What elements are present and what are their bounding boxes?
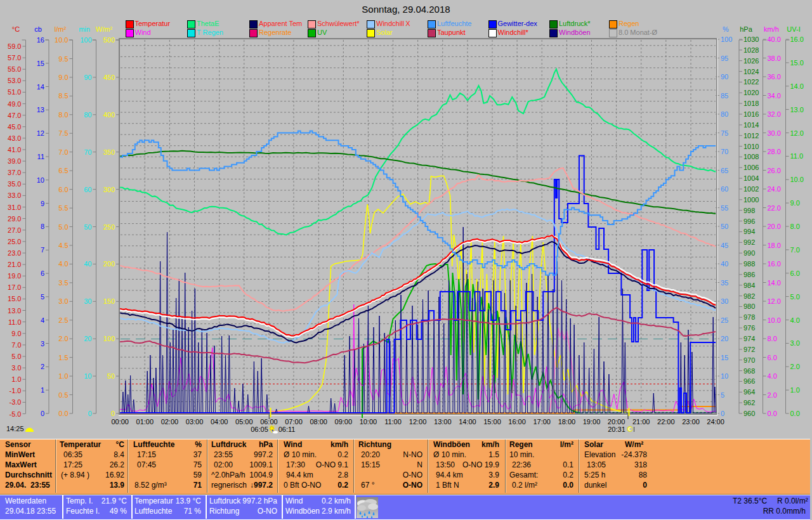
svg-text:1026: 1026 [743,57,759,65]
svg-text:6.0: 6.0 [790,270,800,277]
svg-text:53.0: 53.0 [8,77,21,84]
svg-text:16: 16 [37,36,44,44]
svg-text:06:11: 06:11 [278,426,296,433]
svg-text:02:00: 02:00 [161,418,179,426]
svg-text:10: 10 [37,176,44,184]
svg-text:966: 966 [743,377,755,385]
svg-text:21.0: 21.0 [8,261,21,268]
svg-text:1024: 1024 [743,68,759,75]
svg-text:20: 20 [84,335,91,342]
svg-text:986: 986 [743,271,755,278]
svg-text:8: 8 [41,223,44,230]
svg-text:0: 0 [111,410,115,417]
svg-text:150: 150 [103,297,115,305]
svg-text:17:00: 17:00 [533,418,551,426]
svg-text:9.5: 9.5 [58,55,68,63]
svg-text:1022: 1022 [743,78,759,86]
svg-text:978: 978 [743,313,755,321]
svg-text:2.0: 2.0 [768,391,777,399]
svg-text:10.0: 10.0 [55,36,68,44]
svg-text:100: 100 [103,335,115,342]
svg-text:7.0: 7.0 [11,341,21,349]
svg-text:3.0: 3.0 [790,339,800,347]
svg-text:974: 974 [743,335,755,342]
svg-text:1002: 1002 [743,185,759,193]
svg-text:UV-I: UV-I [787,25,800,33]
svg-text:300: 300 [103,186,115,193]
svg-text:59.0: 59.0 [8,42,21,50]
svg-text:1018: 1018 [743,100,759,107]
svg-text:50: 50 [107,372,115,380]
svg-text:962: 962 [743,399,755,406]
svg-text:50: 50 [721,223,728,230]
svg-text:08:00: 08:00 [310,418,327,426]
svg-text:7: 7 [41,246,44,254]
svg-text:1014: 1014 [743,121,759,129]
svg-text:11: 11 [37,153,44,160]
svg-text:07:00: 07:00 [285,418,303,426]
svg-text:10.0: 10.0 [768,316,781,324]
svg-text:2.0: 2.0 [790,363,800,370]
svg-text:0.0: 0.0 [790,410,800,417]
svg-text:18.0: 18.0 [768,242,781,249]
svg-text:350: 350 [103,148,115,156]
svg-text:0: 0 [41,410,44,417]
svg-text:984: 984 [743,282,755,289]
svg-text:20: 20 [721,335,728,342]
svg-text:min: min [79,25,90,33]
svg-text:7.0: 7.0 [790,246,800,254]
svg-text:992: 992 [743,238,755,246]
svg-text:31.0: 31.0 [8,204,21,211]
svg-text:9: 9 [41,200,44,207]
svg-text:38.0: 38.0 [768,55,781,62]
svg-text:8.0: 8.0 [790,223,800,230]
svg-text:13.0: 13.0 [8,307,21,315]
svg-text:90: 90 [84,74,91,81]
svg-text:1: 1 [41,386,44,394]
svg-text:11.0: 11.0 [790,152,804,160]
svg-text:-3.0: -3.0 [10,398,22,406]
svg-text:27.0: 27.0 [8,226,21,234]
svg-text:80: 80 [721,110,728,118]
svg-text:0: 0 [88,410,91,417]
svg-text:90: 90 [721,73,728,81]
svg-text:°C: °C [12,25,20,33]
svg-text:03:00: 03:00 [186,418,204,426]
svg-text:14.0: 14.0 [790,82,804,90]
svg-text:970: 970 [743,356,755,364]
svg-text:10:00: 10:00 [360,418,377,426]
svg-text:43.0: 43.0 [8,134,21,142]
svg-text:1008: 1008 [743,153,759,160]
svg-text:-1.0: -1.0 [10,387,22,394]
svg-text:5: 5 [721,391,724,399]
svg-text:1.0: 1.0 [790,386,800,394]
svg-text:30: 30 [84,297,91,305]
svg-text:8.0: 8.0 [58,111,68,119]
svg-text:3.0: 3.0 [11,364,21,372]
svg-text:45.0: 45.0 [8,123,21,131]
svg-text:40: 40 [84,260,91,268]
svg-text:5.0: 5.0 [790,293,800,301]
svg-text:51.0: 51.0 [8,88,21,96]
svg-text:-5.0: -5.0 [10,410,22,418]
svg-text:40: 40 [721,260,728,268]
svg-text:24.0: 24.0 [768,185,781,193]
svg-text:5.0: 5.0 [11,353,21,360]
svg-text:16:00: 16:00 [508,418,526,426]
svg-text:10: 10 [84,372,91,380]
svg-text:0.0: 0.0 [58,410,68,417]
svg-text:06:05: 06:05 [251,426,268,433]
svg-text:0.5: 0.5 [58,391,68,399]
svg-text:55: 55 [721,204,728,212]
svg-text:45: 45 [721,242,728,249]
svg-text:9.0: 9.0 [11,330,21,337]
svg-text:4.0: 4.0 [58,260,68,268]
svg-text:976: 976 [743,324,755,332]
svg-text:6.0: 6.0 [768,354,777,361]
svg-text:20:00: 20:00 [608,418,625,426]
svg-text:1010: 1010 [743,143,759,150]
svg-text:30: 30 [721,297,728,305]
svg-text:1004: 1004 [743,174,759,182]
svg-text:4: 4 [41,316,44,324]
svg-text:250: 250 [103,223,115,231]
